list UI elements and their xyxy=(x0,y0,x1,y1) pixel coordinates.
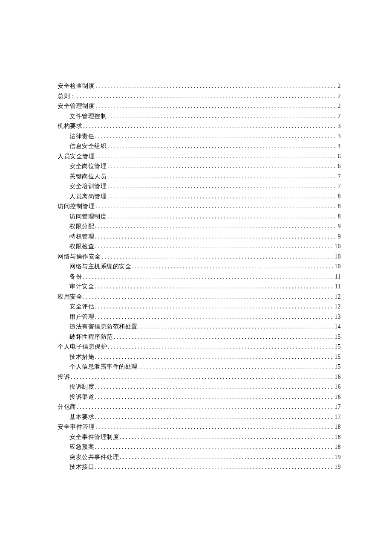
toc-entry-page: 16 xyxy=(334,392,341,402)
toc-dot-leader xyxy=(120,432,334,442)
toc-entry-page: 16 xyxy=(334,382,341,392)
toc-entry-page: 3 xyxy=(338,121,341,131)
toc-entry-title: 权限检查 xyxy=(69,241,94,252)
toc-entry[interactable]: 文件管理控制2 xyxy=(58,111,341,122)
toc-entry[interactable]: 备份11 xyxy=(58,272,341,282)
toc-entry-page: 12 xyxy=(334,292,341,302)
toc-dot-leader xyxy=(95,352,334,362)
toc-entry-page: 7 xyxy=(338,171,341,182)
toc-dot-leader xyxy=(83,121,337,131)
toc-entry[interactable]: 技术接口19 xyxy=(58,462,341,472)
toc-entry[interactable]: 访问控制管理8 xyxy=(58,201,341,212)
toc-entry[interactable]: 总则：2 xyxy=(58,91,341,102)
toc-entry-title: 机构要求 xyxy=(58,121,82,131)
toc-entry[interactable]: 机构要求3 xyxy=(58,121,341,131)
toc-dot-leader xyxy=(95,462,334,472)
toc-entry-title: 投诉制度 xyxy=(69,382,94,392)
toc-entry-title: 信息安全组织 xyxy=(69,141,107,151)
toc-entry[interactable]: 安全事件管理制度18 xyxy=(58,432,341,442)
toc-dot-leader xyxy=(107,171,337,182)
toc-entry[interactable]: 访问管理制度8 xyxy=(58,212,341,222)
toc-entry-title: 安全岗位管理 xyxy=(69,161,107,171)
toc-entry[interactable]: 安全管理制度2 xyxy=(58,101,341,111)
toc-entry-title: 备份 xyxy=(69,272,82,282)
toc-dot-leader xyxy=(77,402,334,412)
toc-dot-leader xyxy=(95,81,337,91)
toc-entry[interactable]: 安全检查制度2 xyxy=(58,81,341,91)
toc-entry-title: 访问控制管理 xyxy=(58,201,95,212)
toc-entry[interactable]: 应急预案18 xyxy=(58,442,341,452)
toc-entry-page: 8 xyxy=(338,212,341,222)
toc-dot-leader xyxy=(95,412,334,422)
toc-entry-title: 安全评估 xyxy=(69,302,94,312)
toc-entry[interactable]: 投诉渠道16 xyxy=(58,392,341,402)
toc-entry[interactable]: 网络与主机系统的安全10 xyxy=(58,262,341,272)
document-page: 安全检查制度2总则：2安全管理制度2文件管理控制2机构要求3法律责任3信息安全组… xyxy=(0,0,392,555)
toc-entry[interactable]: 特权管理9 xyxy=(58,232,341,242)
toc-dot-leader xyxy=(138,362,334,372)
toc-entry-title: 违法有害信息防范和处置 xyxy=(69,322,138,332)
toc-dot-leader xyxy=(83,272,334,282)
toc-entry[interactable]: 技术措施15 xyxy=(58,352,341,362)
toc-entry[interactable]: 安全岗位管理6 xyxy=(58,161,341,171)
toc-dot-leader xyxy=(95,422,334,432)
toc-entry-page: 15 xyxy=(334,332,341,342)
toc-entry-title: 文件管理控制 xyxy=(69,111,107,122)
toc-entry-title: 突发公共事件处理 xyxy=(69,452,119,462)
toc-entry[interactable]: 投诉制度16 xyxy=(58,382,341,392)
toc-dot-leader xyxy=(95,442,334,452)
toc-entry[interactable]: 权限分配9 xyxy=(58,221,341,232)
toc-entry[interactable]: 信息安全组织4 xyxy=(58,141,341,151)
toc-entry-page: 10 xyxy=(334,252,341,262)
toc-entry-page: 11 xyxy=(335,282,341,292)
toc-entry[interactable]: 投诉16 xyxy=(58,372,341,382)
toc-entry-title: 人员离岗管理 xyxy=(69,192,107,202)
toc-entry[interactable]: 个人信息泄露事件的处理15 xyxy=(58,362,341,372)
toc-entry-title: 应用安全 xyxy=(58,292,82,302)
toc-entry-title: 特权管理 xyxy=(69,232,94,242)
toc-entry-page: 17 xyxy=(334,412,341,422)
toc-dot-leader xyxy=(107,192,337,202)
toc-entry[interactable]: 安全培训管理7 xyxy=(58,181,341,192)
toc-entry[interactable]: 突发公共事件处理19 xyxy=(58,452,341,462)
toc-entry[interactable]: 安全评估12 xyxy=(58,302,341,312)
toc-dot-leader xyxy=(107,212,337,222)
toc-entry[interactable]: 网络与操作安全10 xyxy=(58,252,341,262)
toc-entry[interactable]: 应用安全12 xyxy=(58,292,341,302)
toc-dot-leader xyxy=(95,131,337,142)
toc-entry-page: 17 xyxy=(334,402,341,412)
toc-dot-leader xyxy=(138,322,334,332)
toc-dot-leader xyxy=(114,332,334,342)
toc-dot-leader xyxy=(95,302,334,312)
toc-entry[interactable]: 权限检查10 xyxy=(58,241,341,252)
toc-dot-leader xyxy=(107,181,337,192)
toc-entry[interactable]: 个人电子信息保护15 xyxy=(58,342,341,352)
toc-entry-page: 9 xyxy=(338,221,341,232)
toc-entry[interactable]: 用户管理13 xyxy=(58,312,341,322)
toc-entry-title: 安全管理制度 xyxy=(58,101,95,111)
toc-entry-page: 18 xyxy=(334,432,341,442)
toc-entry[interactable]: 分包商17 xyxy=(58,402,341,412)
toc-entry-title: 法律责任 xyxy=(69,131,94,142)
toc-dot-leader xyxy=(95,201,337,212)
toc-dot-leader xyxy=(132,262,334,272)
toc-entry[interactable]: 违法有害信息防范和处置14 xyxy=(58,322,341,332)
toc-dot-leader xyxy=(95,151,337,162)
toc-entry-page: 9 xyxy=(338,232,341,242)
toc-entry[interactable]: 法律责任3 xyxy=(58,131,341,142)
toc-dot-leader xyxy=(95,241,334,252)
toc-entry[interactable]: 基本要求17 xyxy=(58,412,341,422)
toc-entry-title: 基本要求 xyxy=(69,412,94,422)
toc-dot-leader xyxy=(83,292,334,302)
toc-entry[interactable]: 人员离岗管理8 xyxy=(58,192,341,202)
toc-entry[interactable]: 审计安全11 xyxy=(58,282,341,292)
toc-entry[interactable]: 安全事件管理18 xyxy=(58,422,341,432)
toc-entry-page: 3 xyxy=(338,131,341,142)
toc-entry-page: 10 xyxy=(334,262,341,272)
toc-entry-page: 2 xyxy=(338,101,341,111)
toc-entry[interactable]: 破坏性程序防范15 xyxy=(58,332,341,342)
toc-entry[interactable]: 人员安全管理6 xyxy=(58,151,341,162)
toc-entry-page: 16 xyxy=(334,372,341,382)
toc-entry[interactable]: 关键岗位人员7 xyxy=(58,171,341,182)
toc-entry-title: 关键岗位人员 xyxy=(69,171,107,182)
